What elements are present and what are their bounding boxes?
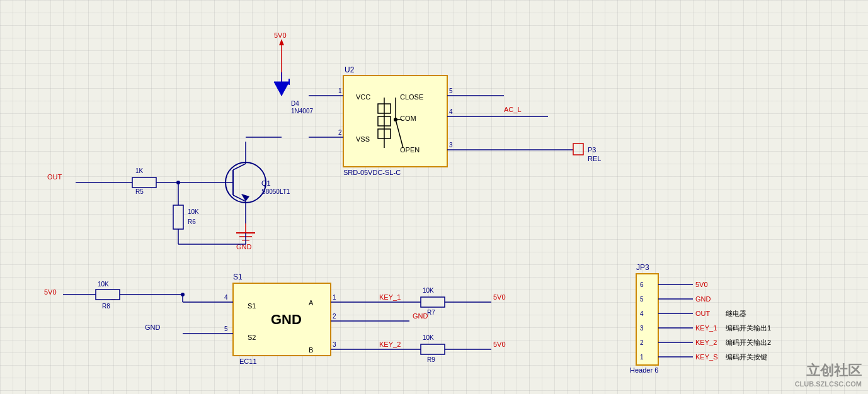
p3-connector	[573, 144, 583, 155]
relay-part: SRD-05VDC-SL-C	[343, 169, 401, 176]
circuit-svg: U2 SRD-05VDC-SL-C VCC VSS CLOSE COM OPEN	[0, 0, 868, 394]
enc-b: B	[309, 346, 313, 354]
pin3-enc: 3	[333, 341, 336, 348]
r5-value: 1K	[135, 167, 144, 174]
rel-label: REL	[588, 155, 601, 162]
r7-value: 10K	[423, 287, 434, 294]
enc-gnd-center: GND	[271, 312, 302, 327]
r8-name: R8	[102, 303, 110, 310]
r8-body	[96, 290, 120, 300]
watermark: 立创社区 CLUB.SZLCSC.COM	[795, 361, 862, 388]
relay-pin1: 1	[338, 87, 342, 94]
r9-name: R9	[427, 356, 435, 363]
r7-body	[421, 297, 445, 307]
relay-pin4: 4	[449, 108, 453, 115]
jp3-key1: KEY_1	[695, 324, 717, 332]
pin4-enc: 4	[224, 294, 228, 301]
jp3-key2: KEY_2	[695, 339, 717, 346]
d4-label: D4	[291, 100, 299, 107]
com-label: COM	[400, 115, 416, 122]
r5-body	[132, 177, 156, 188]
encoder-label: S1	[233, 273, 243, 281]
enc-s2: S2	[248, 334, 256, 341]
jp3-pin5-num: 5	[640, 296, 644, 303]
jp3-keys-cn: 编码开关按键	[726, 353, 767, 361]
pin5-enc: 5	[224, 325, 228, 332]
r6-value: 10K	[188, 208, 199, 215]
jp3-out: OUT	[695, 310, 711, 317]
encoder-part: EC11	[239, 357, 257, 365]
schematic-diagram: U2 SRD-05VDC-SL-C VCC VSS CLOSE COM OPEN	[0, 0, 868, 394]
pin1-enc: 1	[333, 294, 336, 301]
jp3-key2-cn: 编码开关输出2	[726, 339, 771, 346]
jp3-label: JP3	[636, 263, 649, 272]
relay-label: U2	[345, 65, 355, 74]
r7-name: R7	[427, 309, 435, 316]
jp3-pin6-num: 6	[640, 281, 644, 288]
jp3-pin1-num: 1	[640, 354, 644, 361]
jp3-keys: KEY_S	[695, 353, 717, 361]
jp3-pin2-num: 2	[640, 339, 644, 346]
diode-body	[274, 82, 289, 96]
q1-label: Q1	[261, 179, 271, 187]
d4-part: 1N4007	[291, 108, 313, 115]
r6-body	[173, 205, 183, 229]
r9-body	[421, 344, 445, 354]
p3-label: P3	[588, 146, 596, 154]
key1-label: KEY_1	[379, 293, 401, 301]
enc-a: A	[309, 299, 314, 307]
5v0-r7: 5V0	[493, 293, 506, 301]
key2-label: KEY_2	[379, 341, 401, 348]
jp3-part: Header 6	[630, 366, 658, 374]
jp3-key1-cn: 编码开关输出1	[726, 324, 771, 332]
5v0-arrow	[279, 39, 284, 45]
5v0-label-top: 5V0	[274, 31, 287, 39]
relay-pin3: 3	[449, 142, 453, 149]
out-label: OUT	[47, 173, 62, 181]
transistor-collector	[233, 164, 246, 170]
jp3-5v0: 5V0	[695, 281, 708, 288]
watermark-url: CLUB.SZLCSC.COM	[795, 380, 862, 388]
gnd-enc-label: GND	[145, 324, 161, 331]
relay-pin5: 5	[449, 87, 453, 94]
gnd-enc-right-label: GND	[413, 312, 428, 320]
5v0-r9: 5V0	[493, 341, 506, 348]
jp3-relay-cn: 继电器	[726, 310, 746, 317]
r5-name: R5	[135, 188, 144, 195]
vss-label: VSS	[356, 135, 370, 143]
vcc-label: VCC	[356, 93, 370, 101]
pin2-enc: 2	[333, 313, 336, 320]
acl-label: AC_L	[504, 106, 522, 113]
5v0-left: 5V0	[44, 288, 57, 296]
watermark-chinese: 立创社区	[795, 361, 862, 380]
relay-pin2: 2	[338, 129, 342, 136]
jp3-pin4-num: 4	[640, 310, 644, 317]
r6-name: R6	[188, 218, 196, 225]
jp3-pin3-num: 3	[640, 325, 644, 332]
jp3-gnd: GND	[695, 295, 711, 303]
enc-s1: S1	[248, 302, 256, 310]
close-label: CLOSE	[400, 93, 423, 101]
r8-value: 10K	[98, 281, 109, 288]
r9-value: 10K	[423, 334, 434, 341]
q1-part: S8050LT1	[261, 188, 290, 195]
